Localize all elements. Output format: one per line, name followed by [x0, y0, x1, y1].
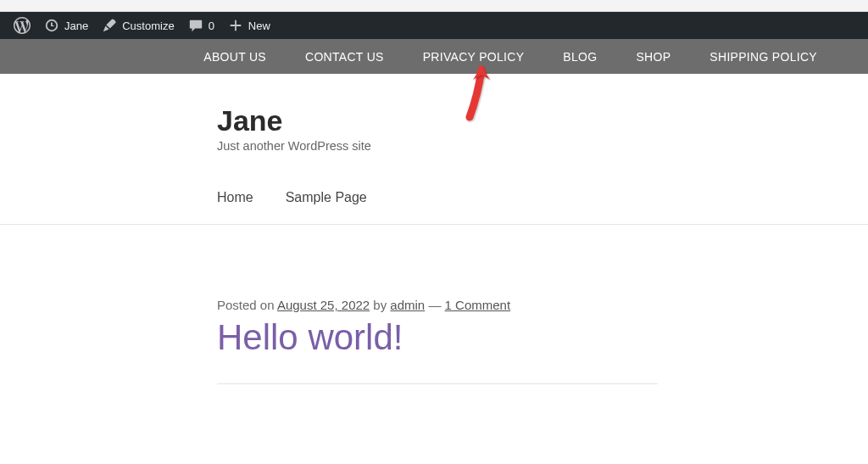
admin-customize[interactable]: Customize — [95, 12, 181, 39]
wp-logo[interactable] — [7, 12, 37, 39]
admin-customize-label: Customize — [122, 20, 174, 32]
post: Posted on August 25, 2022 by admin — 1 C… — [0, 225, 868, 358]
brush-icon — [102, 18, 117, 33]
admin-site-link[interactable]: Jane — [37, 12, 95, 39]
nav-shop[interactable]: SHOP — [636, 50, 670, 64]
subnav-home[interactable]: Home — [217, 190, 253, 205]
post-meta-postedon: Posted on — [217, 298, 277, 312]
secondary-nav: Home Sample Page — [0, 153, 868, 225]
post-meta-sep: — — [425, 298, 444, 312]
admin-comments-count: 0 — [209, 20, 214, 32]
post-meta: Posted on August 25, 2022 by admin — 1 C… — [217, 298, 868, 312]
site-header: Jane Just another WordPress site — [0, 74, 868, 153]
plus-icon — [228, 18, 243, 33]
site-title[interactable]: Jane — [217, 104, 868, 137]
wordpress-icon — [14, 17, 31, 34]
post-comments-link[interactable]: 1 Comment — [445, 298, 511, 312]
post-author-link[interactable]: admin — [390, 298, 425, 312]
post-divider — [217, 383, 658, 384]
nav-about-us[interactable]: ABOUT US — [203, 50, 266, 64]
post-meta-by: by — [370, 298, 390, 312]
dashboard-icon — [44, 18, 59, 33]
admin-site-name: Jane — [64, 20, 88, 32]
nav-privacy-policy[interactable]: PRIVACY POLICY — [423, 50, 525, 64]
browser-top-strip — [0, 0, 868, 12]
admin-new-label: New — [248, 20, 270, 32]
admin-comments[interactable]: 0 — [181, 12, 221, 39]
wp-admin-bar: Jane Customize 0 New — [0, 12, 868, 39]
site-tagline: Just another WordPress site — [217, 139, 868, 153]
subnav-sample-page[interactable]: Sample Page — [286, 190, 367, 205]
admin-new[interactable]: New — [221, 12, 277, 39]
nav-contact-us[interactable]: CONTACT US — [305, 50, 384, 64]
post-title[interactable]: Hello world! — [217, 317, 868, 358]
nav-shipping-policy[interactable]: SHIPPING POLICY — [709, 50, 817, 64]
nav-blog[interactable]: BLOG — [563, 50, 597, 64]
post-date-link[interactable]: August 25, 2022 — [277, 298, 370, 312]
comment-icon — [188, 18, 203, 33]
main-nav: ABOUT US CONTACT US PRIVACY POLICY BLOG … — [0, 39, 868, 74]
